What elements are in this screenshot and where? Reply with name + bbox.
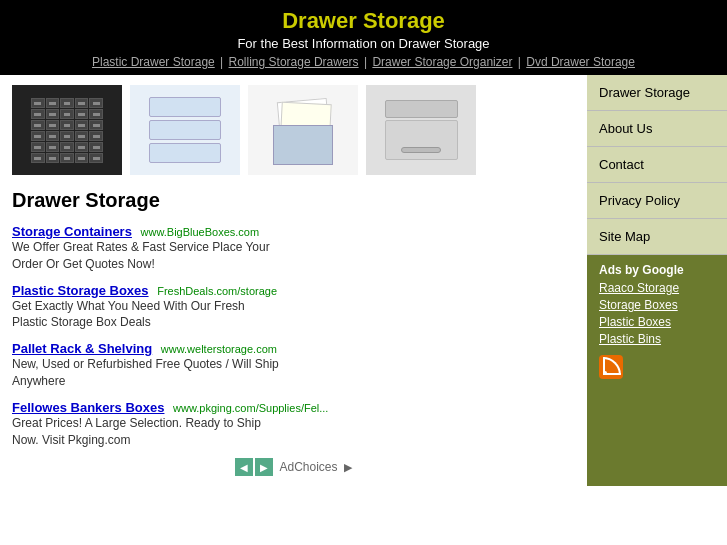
ad-desc-2: Get Exactly What You Need With Our Fresh… — [12, 298, 575, 332]
adchoices-label: AdChoices — [279, 460, 337, 474]
ad-url-3: www.welterstorage.com — [161, 343, 277, 355]
prev-arrow-button[interactable]: ◀ — [235, 458, 253, 476]
page-layout: Drawer Storage Storage Containers www.Bi… — [0, 75, 727, 486]
adchoices-icon: ▶ — [344, 461, 352, 474]
sidebar-item-contact[interactable]: Contact — [587, 147, 727, 183]
page-title: Drawer Storage — [12, 189, 575, 212]
nav-plastic-drawer[interactable]: Plastic Drawer Storage — [92, 55, 215, 69]
sidebar-nav: Drawer Storage About Us Contact Privacy … — [587, 75, 727, 255]
sidebar-item-about-us[interactable]: About Us — [587, 111, 727, 147]
sidebar-item-privacy-policy[interactable]: Privacy Policy — [587, 183, 727, 219]
ad-desc-3: New, Used or Refurbished Free Quotes / W… — [12, 356, 575, 390]
tagline: For the Best Information on Drawer Stora… — [10, 36, 717, 51]
ad-title-1[interactable]: Storage Containers — [12, 224, 132, 239]
ad-url-1: www.BigBlueBoxes.com — [141, 226, 260, 238]
product-image-2 — [130, 85, 240, 175]
nav-rolling-drawers[interactable]: Rolling Storage Drawers — [229, 55, 359, 69]
sidebar-item-site-map[interactable]: Site Map — [587, 219, 727, 255]
product-images — [12, 85, 575, 175]
nav-dvd-drawer[interactable]: Dvd Drawer Storage — [526, 55, 635, 69]
ad-item-4: Fellowes Bankers Boxes www.pkging.com/Su… — [12, 400, 575, 449]
product-image-4 — [366, 85, 476, 175]
ad-desc-1: We Offer Great Rates & Fast Service Plac… — [12, 239, 575, 273]
product-image-1 — [12, 85, 122, 175]
sidebar-ad-storage-boxes[interactable]: Storage Boxes — [599, 298, 715, 312]
page-header: Drawer Storage For the Best Information … — [0, 0, 727, 75]
sidebar-ad-plastic-boxes[interactable]: Plastic Boxes — [599, 315, 715, 329]
sidebar: Drawer Storage About Us Contact Privacy … — [587, 75, 727, 486]
main-content: Drawer Storage Storage Containers www.Bi… — [0, 75, 587, 486]
ad-item-1: Storage Containers www.BigBlueBoxes.com … — [12, 224, 575, 273]
ad-title-2[interactable]: Plastic Storage Boxes — [12, 283, 149, 298]
ad-desc-4: Great Prices! A Large Selection. Ready t… — [12, 415, 575, 449]
header-nav: Plastic Drawer Storage | Rolling Storage… — [10, 55, 717, 69]
product-image-3 — [248, 85, 358, 175]
sidebar-ad-raaco[interactable]: Raaco Storage — [599, 281, 715, 295]
next-arrow-button[interactable]: ▶ — [255, 458, 273, 476]
ad-url-4: www.pkging.com/Supplies/Fel... — [173, 402, 328, 414]
ad-url-2: FreshDeals.com/storage — [157, 285, 277, 297]
ad-footer: ◀ ▶ AdChoices ▶ — [12, 458, 575, 476]
nav-organizer[interactable]: Drawer Storage Organizer — [372, 55, 512, 69]
ad-item-2: Plastic Storage Boxes FreshDeals.com/sto… — [12, 283, 575, 332]
sidebar-ads: Ads by Google Raaco Storage Storage Boxe… — [587, 255, 727, 390]
nav-arrows: ◀ ▶ — [235, 458, 273, 476]
ad-item-3: Pallet Rack & Shelving www.welterstorage… — [12, 341, 575, 390]
rss-button[interactable] — [599, 355, 623, 379]
ad-title-4[interactable]: Fellowes Bankers Boxes — [12, 400, 164, 415]
sidebar-ad-plastic-bins[interactable]: Plastic Bins — [599, 332, 715, 346]
sidebar-item-drawer-storage[interactable]: Drawer Storage — [587, 75, 727, 111]
ad-title-3[interactable]: Pallet Rack & Shelving — [12, 341, 152, 356]
site-title: Drawer Storage — [10, 8, 717, 34]
ads-by-google-label: Ads by Google — [599, 263, 715, 277]
